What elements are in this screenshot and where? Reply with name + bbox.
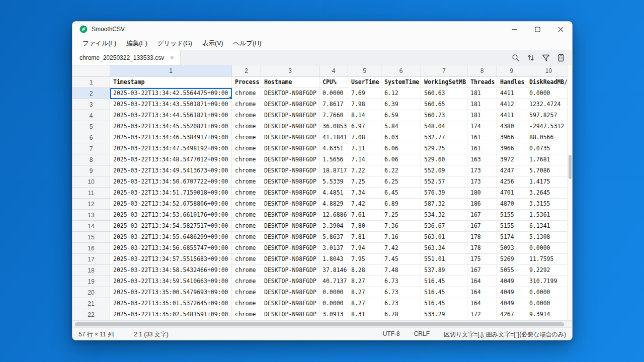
cell[interactable]: chrome (232, 199, 261, 210)
cell[interactable]: 552.57 (421, 176, 467, 188)
cell[interactable]: 3.0137 (319, 243, 348, 254)
cell[interactable]: chrome (232, 210, 261, 221)
column-header[interactable]: 6 (381, 65, 421, 77)
cell[interactable]: 5.8637 (319, 232, 348, 243)
cell[interactable]: 6.59 (381, 110, 421, 121)
cell[interactable]: 2025-03-22T13:34:51.7159018+09:00 (110, 188, 232, 199)
cell[interactable]: 4870 (497, 199, 526, 210)
cell[interactable]: DESKTOP-N98FGDP (261, 298, 319, 309)
cell[interactable]: 0.0735 (526, 143, 572, 154)
horizontal-scrollbar[interactable] (72, 320, 572, 327)
cell[interactable]: 5.1308 (526, 232, 572, 243)
sort-button[interactable] (525, 52, 537, 64)
cell[interactable]: 3.0913 (319, 309, 348, 320)
cell[interactable]: 8.31 (348, 309, 381, 320)
cell[interactable]: chrome (232, 132, 261, 143)
cell[interactable]: 1.5656 (319, 154, 348, 165)
cell[interactable]: 3966 (497, 143, 526, 154)
cell[interactable]: 7.80 (348, 221, 381, 232)
cell[interactable]: 5055 (497, 265, 526, 276)
cell[interactable]: 534.32 (421, 210, 467, 221)
cell[interactable]: 2025-03-22T13:34:53.6610176+09:00 (110, 210, 232, 221)
cell[interactable]: 7.11 (348, 143, 381, 154)
cell[interactable]: chrome (232, 121, 261, 132)
cell[interactable]: DESKTOP-N98FGDP (261, 276, 319, 287)
cell[interactable]: 1.5361 (526, 210, 572, 221)
cell[interactable]: 6.12 (381, 88, 421, 99)
cell[interactable]: 173 (467, 165, 497, 176)
cell[interactable]: 6.22 (381, 165, 421, 176)
cell[interactable]: 2025-03-22T13:34:50.6707722+09:00 (110, 176, 232, 188)
cell[interactable]: 537.89 (421, 265, 467, 276)
cell[interactable]: 6.25 (381, 176, 421, 188)
cell[interactable]: 7.08 (348, 132, 381, 143)
cell[interactable]: 186 (467, 199, 497, 210)
cell[interactable]: 6.89 (381, 199, 421, 210)
cell[interactable]: chrome (232, 110, 261, 121)
cell[interactable]: DESKTOP-N98FGDP (261, 254, 319, 265)
cell[interactable]: 529.60 (421, 154, 467, 165)
cell[interactable]: chrome (232, 287, 261, 298)
cell[interactable]: chrome (232, 298, 261, 309)
cell[interactable]: 12.6886 (319, 210, 348, 221)
cell[interactable]: 164 (467, 298, 497, 309)
cell[interactable]: 5269 (497, 254, 526, 265)
cell[interactable]: SystemTime (381, 77, 421, 88)
cell[interactable]: 532.77 (421, 132, 467, 143)
cell[interactable]: chrome (232, 243, 261, 254)
row-header[interactable]: 16 (72, 243, 110, 254)
row-header[interactable]: 18 (72, 265, 110, 276)
status-newline[interactable]: CRLF (414, 330, 430, 339)
cell[interactable]: 4701 (497, 188, 526, 199)
cell[interactable]: 181 (467, 99, 497, 110)
cell[interactable]: 7.98 (348, 99, 381, 110)
cell[interactable]: DESKTOP-N98FGDP (261, 221, 319, 232)
cell[interactable]: 8.27 (348, 298, 381, 309)
cell[interactable]: 533.29 (421, 309, 467, 320)
row-header[interactable]: 22 (72, 309, 110, 320)
column-header[interactable]: 8 (467, 65, 497, 77)
cell[interactable]: 2025-03-22T13:34:55.6486299+09:00 (110, 232, 232, 243)
cell[interactable]: DESKTOP-N98FGDP (261, 188, 319, 199)
cell[interactable]: 5093 (497, 243, 526, 254)
cell[interactable]: 4247 (497, 165, 526, 176)
cell[interactable]: 560.63 (421, 88, 467, 99)
cell[interactable]: 552.09 (421, 165, 467, 176)
cell[interactable]: DESKTOP-N98FGDP (261, 99, 319, 110)
cell[interactable]: 2025-03-22T13:34:56.6855747+09:00 (110, 243, 232, 254)
row-header[interactable]: 1 (72, 77, 110, 88)
cell[interactable]: 8.27 (348, 287, 381, 298)
cell[interactable]: Handles (497, 77, 526, 88)
cell[interactable]: 6.73 (381, 276, 421, 287)
cell[interactable]: 6.06 (381, 154, 421, 165)
cell[interactable]: 167 (467, 265, 497, 276)
cell[interactable]: 88.0566 (526, 132, 572, 143)
cell[interactable]: 37.8146 (319, 265, 348, 276)
cell[interactable]: DESKTOP-N98FGDP (261, 287, 319, 298)
cell[interactable]: 161 (467, 132, 497, 143)
cell[interactable]: 2025-03-22T13:34:43.5501871+09:00 (110, 99, 232, 110)
column-header[interactable]: 9 (497, 65, 526, 77)
cell[interactable]: 2025-03-22T13:34:59.5410663+09:00 (110, 276, 232, 287)
cell[interactable]: DESKTOP-N98FGDP (261, 210, 319, 221)
row-header[interactable]: 4 (72, 110, 110, 121)
row-header[interactable]: 2 (72, 88, 110, 99)
close-button[interactable] (549, 22, 572, 37)
cell[interactable]: 164 (467, 287, 497, 298)
cell[interactable]: 180 (467, 188, 497, 199)
cell[interactable]: 548.04 (421, 121, 467, 132)
cell[interactable]: 181 (467, 110, 497, 121)
cell[interactable]: 167 (467, 210, 497, 221)
cell[interactable]: 5.5339 (319, 176, 348, 188)
cell[interactable]: UserTime (348, 77, 381, 88)
cell[interactable]: 4267 (497, 309, 526, 320)
cell[interactable]: chrome (232, 188, 261, 199)
cell[interactable]: 1.8043 (319, 254, 348, 265)
cell[interactable]: DESKTOP-N98FGDP (261, 154, 319, 165)
cell[interactable]: 6.39 (381, 99, 421, 110)
column-header[interactable]: 1 (110, 65, 232, 77)
row-header[interactable]: 6 (72, 132, 110, 143)
cell[interactable]: chrome (232, 165, 261, 176)
cell[interactable]: DESKTOP-N98FGDP (261, 176, 319, 188)
search-button[interactable] (510, 52, 522, 64)
